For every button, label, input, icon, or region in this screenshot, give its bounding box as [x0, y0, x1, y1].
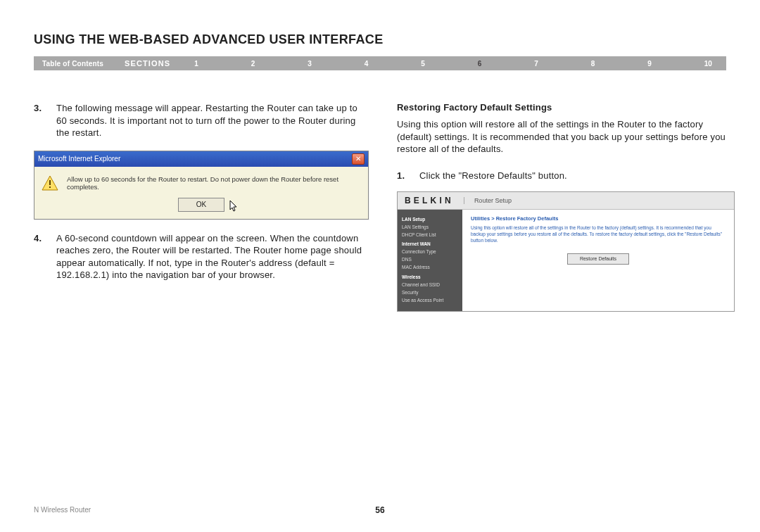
sidebar-item-internet-wan[interactable]: Internet WAN: [402, 240, 458, 248]
product-name: N Wireless Router: [34, 506, 91, 514]
nav-section-3[interactable]: 3: [308, 60, 312, 68]
right-column: Restoring Factory Default Settings Using…: [397, 102, 735, 312]
ie-title-text: Microsoft Internet Explorer: [38, 155, 120, 163]
page-number: 56: [375, 505, 384, 515]
ie-titlebar: Microsoft Internet Explorer ✕: [34, 151, 368, 167]
nav-section-1[interactable]: 1: [194, 60, 198, 68]
sidebar-item-channel-ssid[interactable]: Channel and SSID: [402, 281, 458, 289]
sidebar-item-security[interactable]: Security: [402, 289, 458, 296]
section-intro: Using this option will restore all of th…: [397, 118, 735, 156]
page-title: USING THE WEB-BASED ADVANCED USER INTERF…: [34, 32, 384, 47]
page-footer: N Wireless Router 56: [34, 506, 726, 514]
svg-rect-2: [49, 186, 51, 188]
section-heading: Restoring Factory Default Settings: [397, 102, 735, 113]
close-icon[interactable]: ✕: [352, 153, 365, 165]
sidebar-item-dhcp[interactable]: DHCP Client List: [402, 231, 458, 239]
ok-button[interactable]: OK: [178, 198, 224, 212]
nav-section-2[interactable]: 2: [251, 60, 255, 68]
sidebar-item-lan-setup[interactable]: LAN Setup: [402, 215, 458, 223]
section-nav: Table of Contents SECTIONS 1 2 3 4 5 6 7…: [34, 56, 726, 70]
nav-section-5[interactable]: 5: [421, 60, 425, 68]
step-1: 1. Click the "Restore Defaults" button.: [397, 170, 735, 182]
sidebar-item-connection-type[interactable]: Connection Type: [402, 248, 458, 255]
warning-icon: [42, 175, 58, 191]
nav-section-9[interactable]: 9: [647, 60, 652, 68]
step-number: 4.: [34, 232, 46, 281]
step-number: 1.: [397, 170, 410, 182]
nav-toc[interactable]: Table of Contents: [34, 60, 112, 68]
belkin-body-text: Using this option will restore all of th…: [471, 225, 726, 243]
sidebar-item-mac-address[interactable]: MAC Address: [402, 263, 458, 271]
sidebar-item-wireless[interactable]: Wireless: [402, 273, 458, 281]
breadcrumb: Utilities > Restore Factory Defaults: [471, 215, 726, 222]
nav-section-numbers: 1 2 3 4 5 6 7 8 9 10: [187, 60, 726, 68]
sidebar-item-lan-settings[interactable]: LAN Settings: [402, 223, 458, 231]
nav-sections-label: SECTIONS: [112, 59, 187, 68]
nav-section-10[interactable]: 10: [704, 60, 712, 68]
sidebar-item-access-point[interactable]: Use as Access Point: [402, 296, 458, 304]
cursor-icon: [229, 200, 239, 217]
nav-section-7[interactable]: 7: [534, 60, 538, 68]
belkin-subtitle: Router Setup: [464, 197, 512, 204]
belkin-screenshot: BELKIN Router Setup LAN Setup LAN Settin…: [397, 191, 735, 312]
ie-dialog: Microsoft Internet Explorer ✕ Allow up t…: [34, 151, 369, 220]
left-column: 3. The following message will appear. Re…: [34, 102, 369, 312]
step-number: 3.: [34, 102, 46, 139]
sidebar-item-dns[interactable]: DNS: [402, 255, 458, 263]
nav-section-6[interactable]: 6: [478, 60, 482, 68]
restore-defaults-button[interactable]: Restore Defaults: [567, 253, 629, 265]
belkin-sidebar: LAN Setup LAN Settings DHCP Client List …: [398, 210, 462, 311]
svg-rect-1: [49, 180, 51, 185]
step-3: 3. The following message will appear. Re…: [34, 102, 369, 139]
ie-message: Allow up to 60 seconds for the Router to…: [67, 175, 361, 191]
nav-section-8[interactable]: 8: [591, 60, 595, 68]
step-4: 4. A 60-second countdown will appear on …: [34, 232, 369, 281]
belkin-logo: BELKIN: [405, 196, 454, 205]
step-text: The following message will appear. Resta…: [56, 102, 369, 139]
nav-section-4[interactable]: 4: [365, 60, 369, 68]
step-text: A 60-second countdown will appear on the…: [56, 232, 369, 281]
step-text: Click the "Restore Defaults" button.: [419, 170, 567, 182]
